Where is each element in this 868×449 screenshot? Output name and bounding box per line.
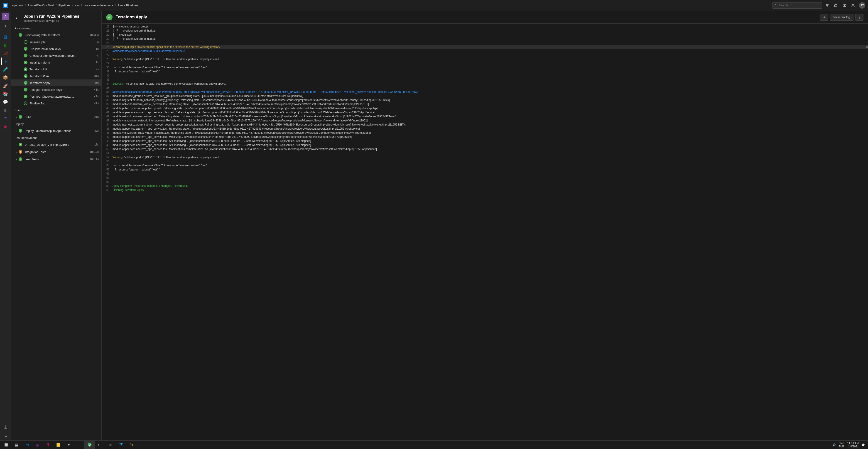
log-line: 44module.nsg-test.azurerm_subnet_network… [102, 123, 868, 127]
add-project-icon[interactable]: ＋ [2, 22, 9, 30]
artifacts-icon[interactable]: 📦 [1, 73, 9, 82]
step-row[interactable]: Terraform Plan31s [11, 72, 101, 80]
chevron-right-icon: › [14, 157, 18, 161]
marketplace-icon[interactable] [832, 2, 839, 9]
step-duration: 2s [96, 40, 99, 43]
collapse-rail-icon[interactable] [1, 432, 9, 440]
breadcrumb-item[interactable]: agntomk [12, 4, 23, 7]
svg-point-0 [775, 4, 776, 6]
step-row[interactable]: Post-job: Install ssh keys<1s [11, 86, 101, 93]
azure-devops-logo[interactable] [3, 3, 8, 8]
step-row[interactable]: Checkout atomkowicz/azure-devo...4s [11, 52, 101, 59]
books-icon[interactable]: 📚 [1, 90, 9, 98]
slider-icon[interactable]: 🎚 [1, 106, 9, 114]
rocket-icon[interactable]: 🚀 [1, 82, 9, 90]
flask-icon[interactable]: ⚗ [1, 114, 9, 123]
step-duration: 4s [96, 54, 99, 57]
log-line: 57 [102, 176, 868, 180]
step-row[interactable]: Finalize Job<1s [11, 100, 101, 107]
log-search-button[interactable] [820, 14, 828, 21]
breadcrumb-item[interactable]: atomkowicz.azure-devops-qa [75, 4, 113, 7]
more-apps-icon[interactable]: ⋯ [74, 441, 84, 449]
vs-icon[interactable]: ◆ [32, 441, 43, 449]
boards-icon[interactable]: ◧ [1, 41, 9, 49]
step-label: Terraform Apply [30, 81, 93, 85]
help-icon[interactable] [841, 2, 848, 9]
settings-icon[interactable] [1, 423, 9, 431]
step-duration: <1s [94, 102, 99, 105]
job-row[interactable]: ›Deploy FakerRestApi to AppService39s [11, 127, 101, 134]
repos-icon[interactable]: ⎇ [1, 49, 9, 57]
job-label: Load Tests [25, 157, 88, 161]
log-line: 26/opt/hostedtoolcache/terraform/0.12.3/… [102, 49, 868, 53]
start-menu-icon[interactable] [1, 441, 11, 449]
filter-icon[interactable] [824, 2, 831, 9]
rider-icon[interactable]: R [43, 441, 53, 449]
log-line: 22├── module.vm [102, 33, 868, 37]
cmd-icon[interactable]: ■ [105, 441, 116, 449]
log-line: 32 [102, 73, 868, 78]
log-line: 36/opt/hostedtoolcache/terraform/0.12.3/… [102, 90, 868, 94]
notes-icon[interactable]: 📒 [53, 441, 64, 449]
chrome-icon[interactable] [84, 441, 95, 449]
svg-point-9 [5, 427, 6, 428]
avatar[interactable]: AT [859, 2, 865, 9]
tray-chevron-icon[interactable]: ˄ [828, 443, 830, 447]
log-line: 56 [102, 172, 868, 176]
clock[interactable]: 11:59 AM1/4/2021 [847, 442, 859, 448]
pink-icon[interactable]: ◆ [1, 123, 9, 131]
testplans-icon[interactable]: 🧪 [1, 65, 9, 73]
log-title: Terraform Apply [116, 15, 820, 20]
job-row[interactable]: ›Load Tests1m 11s [11, 155, 101, 163]
vscode-icon[interactable]: ⧩ [116, 441, 126, 449]
svg-line-1 [776, 6, 777, 6]
notifications-icon[interactable]: 💬 [861, 443, 865, 447]
job-row[interactable]: ›UI Tests_Deploy_VM-finproj2195217s [11, 141, 101, 148]
job-row[interactable]: ⌄Provisioning with Terraform1m 30s [11, 31, 101, 38]
terminal-icon[interactable]: ＞_ [95, 441, 105, 449]
user-settings-icon[interactable] [849, 2, 857, 9]
step-label: Post-job: Checkout atomkowicz/... [30, 95, 92, 98]
breadcrumb-item[interactable]: AzuredDevOpsFinal [28, 4, 54, 7]
slack-icon[interactable]: ✦ [64, 441, 74, 449]
top-header: agntomk/AzuredDevOpsFinal/Pipelines/atom… [0, 0, 868, 11]
log-line: 58 [102, 180, 868, 184]
search-input[interactable] [772, 2, 822, 9]
outlook-icon[interactable]: ✉ [22, 441, 32, 449]
log-more-button[interactable] [855, 14, 864, 21]
chat-icon[interactable]: 💬 [1, 98, 9, 106]
tray-volume-icon[interactable]: 🔊 [832, 443, 836, 447]
log-body[interactable]: 20├── module.resource_group21│ └── provi… [102, 24, 868, 440]
step-duration: 2s [96, 68, 99, 71]
overview-icon[interactable]: ▦ [1, 33, 9, 41]
step-row[interactable]: Post-job: Checkout atomkowicz/...<1s [11, 93, 101, 100]
task-view-icon[interactable]: ▤ [11, 441, 22, 449]
step-row[interactable]: Terraform Init2s [11, 66, 101, 72]
step-duration: 1s [96, 47, 99, 50]
view-raw-log-button[interactable]: View raw log [830, 14, 854, 21]
windows-taskbar: ▤ ✉ ◆ R 📒 ✦ ⋯ ＞_ ■ ⧩ 🗀 ˄ 🔊 ENGPLP 11:59 … [0, 440, 868, 449]
svg-rect-16 [4, 443, 6, 445]
chevron-down-icon: ⌄ [14, 33, 18, 37]
log-line: 50module.appservice.azurerm_app_service.… [102, 147, 868, 151]
step-row[interactable]: Install terraform1s [11, 59, 101, 66]
step-row[interactable]: Pre-job: Install ssh keys1s [11, 46, 101, 52]
step-label: Initialize job [30, 40, 94, 44]
step-row[interactable]: Initialize job2s [11, 38, 101, 46]
project-tile[interactable]: A [2, 13, 9, 20]
back-arrow-icon[interactable] [14, 15, 21, 21]
log-line: 52Warning: "address_prefix": [DEPRECATED… [102, 155, 868, 159]
copy-icon[interactable]: ⧉ [866, 45, 868, 49]
log-line: 55 7: resource "azurerm_subnet" "test" { [102, 168, 868, 172]
log-line: 37module.resource_group.azurerm_resource… [102, 94, 868, 98]
chevron-right-icon: › [14, 115, 18, 119]
breadcrumb-item[interactable]: Azure Pipelines [118, 4, 138, 7]
pipelines-icon[interactable]: ⟠ [1, 57, 9, 65]
log-line: 40module.public_ip.azurerm_public_ip.tes… [102, 106, 868, 110]
job-row[interactable]: ›Integration Tests1m 13s [11, 148, 101, 155]
step-row[interactable]: Terraform Apply45s [11, 80, 101, 86]
breadcrumb-item[interactable]: Pipelines [58, 4, 70, 7]
language-indicator[interactable]: ENGPLP [838, 442, 844, 448]
job-row[interactable]: ›Build21s [11, 113, 101, 121]
explorer-icon[interactable]: 🗀 [126, 441, 136, 449]
